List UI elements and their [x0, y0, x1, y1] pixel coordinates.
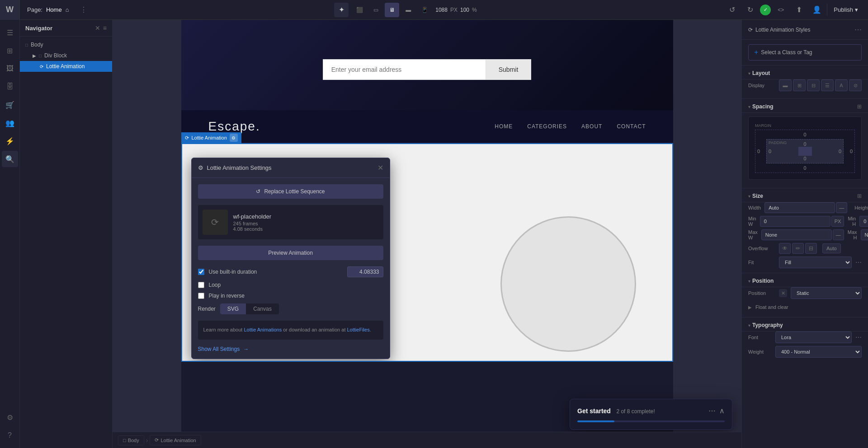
- weight-select[interactable]: 400 - Normal: [775, 346, 862, 358]
- preview-animation-button[interactable]: Preview Animation: [198, 246, 383, 260]
- margin-right-value[interactable]: 0: [850, 149, 853, 154]
- logo[interactable]: W: [0, 0, 20, 20]
- navigator-close-button[interactable]: ✕: [95, 24, 100, 32]
- topbar-dots-icon[interactable]: ⋮: [76, 5, 91, 14]
- width-unit: PX: [450, 7, 458, 13]
- sidebar-item-help[interactable]: ?: [2, 427, 18, 443]
- get-started-collapse-button[interactable]: ∧: [719, 406, 725, 415]
- modal-close-button[interactable]: ✕: [377, 163, 383, 172]
- selector-button[interactable]: + Select a Class or Tag: [748, 44, 862, 61]
- sidebar-item-ecommerce[interactable]: 🛒: [2, 97, 18, 113]
- fit-more-button[interactable]: ⋯: [855, 259, 862, 266]
- replace-sequence-button[interactable]: ↺ Replace Lottie Sequence: [198, 184, 383, 199]
- email-input[interactable]: [323, 59, 486, 80]
- padding-left-value[interactable]: 0: [769, 149, 771, 154]
- size-expand-button[interactable]: ⊞: [857, 193, 862, 199]
- home-icon[interactable]: ⌂: [66, 6, 69, 13]
- font-select[interactable]: Lora: [775, 331, 852, 343]
- padding-bottom-value[interactable]: 0: [803, 156, 806, 161]
- render-svg-button[interactable]: SVG: [220, 303, 246, 314]
- sidebar-item-logic[interactable]: ⚡: [2, 133, 18, 149]
- sidebar-item-users[interactable]: 👥: [2, 115, 18, 131]
- submit-button[interactable]: Submit: [486, 59, 532, 80]
- sidebar-item-settings[interactable]: ⚙: [2, 409, 18, 425]
- lottiefiles-link[interactable]: LottieFiles: [347, 327, 370, 332]
- spacing-section-header[interactable]: ▾ Spacing ⊞: [742, 99, 868, 113]
- render-canvas-button[interactable]: Canvas: [246, 303, 279, 314]
- show-all-settings-button[interactable]: Show All Settings →: [198, 346, 249, 352]
- device-mobile-h-btn[interactable]: ▬: [401, 3, 415, 17]
- max-w-input[interactable]: [761, 229, 832, 240]
- breadcrumb-lottie[interactable]: ⟳ Lottie Animation: [150, 435, 201, 445]
- spacing-expand-button[interactable]: ⊞: [857, 103, 862, 110]
- navigator-menu-button[interactable]: ≡: [103, 24, 107, 32]
- margin-bottom-value[interactable]: 0: [803, 165, 806, 171]
- undo-button[interactable]: ↺: [724, 2, 740, 18]
- layout-section-header[interactable]: ▾ Layout: [742, 65, 868, 79]
- sidebar-item-cms[interactable]: 🗄: [2, 79, 18, 95]
- duration-input[interactable]: [347, 266, 383, 277]
- device-tablet-v-btn[interactable]: ▭: [368, 3, 383, 17]
- anim-details: wf-placeholder 245 frames 4.08 seconds: [233, 213, 272, 232]
- display-grid-btn[interactable]: ⊟: [807, 79, 820, 91]
- font-more-button[interactable]: ⋯: [855, 334, 862, 341]
- sidebar-item-components[interactable]: ⊞: [2, 42, 18, 59]
- loop-row: Loop: [198, 282, 383, 288]
- save-status-icon[interactable]: ✓: [760, 5, 771, 15]
- display-inline-btn[interactable]: ☰: [821, 79, 834, 91]
- padding-right-value[interactable]: 0: [839, 149, 841, 154]
- width-input[interactable]: [764, 202, 835, 213]
- use-duration-checkbox[interactable]: [198, 269, 204, 275]
- redo-button[interactable]: ↻: [742, 2, 758, 18]
- lottie-animation-element[interactable]: ⟳ Lottie Animation ⚙ ⚙ Lottie Anim: [181, 143, 673, 362]
- nav-contact[interactable]: CONTACT: [617, 123, 646, 130]
- position-section-header[interactable]: ▾ Position: [742, 273, 868, 287]
- device-tablet-h-btn[interactable]: ⬛: [352, 3, 367, 17]
- lottie-animations-link[interactable]: Lottie Animations: [244, 327, 282, 332]
- device-mobile-v-btn[interactable]: 📱: [417, 3, 432, 17]
- breadcrumb-body[interactable]: □ Body: [118, 435, 144, 445]
- display-none-btn[interactable]: ⊘: [849, 79, 862, 91]
- device-desktop-btn[interactable]: 🖥: [385, 3, 399, 17]
- position-select[interactable]: Static Relative Absolute Fixed Sticky: [791, 287, 862, 299]
- display-flex-btn[interactable]: ⊞: [793, 79, 806, 91]
- min-w-input[interactable]: [760, 216, 830, 227]
- right-panel-more-button[interactable]: ⋯: [854, 25, 862, 34]
- display-text-btn[interactable]: A: [835, 79, 848, 91]
- margin-left-value[interactable]: 0: [757, 149, 760, 154]
- play-reverse-checkbox[interactable]: [198, 293, 204, 299]
- nav-categories[interactable]: CATEGORIES: [527, 123, 567, 130]
- publish-button[interactable]: Publish ▾: [827, 4, 864, 16]
- overflow-hidden-btn[interactable]: ✏: [792, 243, 804, 254]
- overflow-visible-btn[interactable]: 👁: [779, 243, 791, 254]
- nav-home[interactable]: HOME: [495, 123, 513, 130]
- code-view-button[interactable]: <>: [773, 2, 789, 18]
- play-reverse-label: Play in reverse: [209, 293, 245, 299]
- typography-section-header[interactable]: ▾ Typography: [742, 317, 868, 331]
- nav-item-body[interactable]: □ Body: [20, 39, 112, 50]
- margin-top-value[interactable]: 0: [803, 132, 806, 137]
- padding-top-value[interactable]: 0: [803, 141, 806, 147]
- fit-select[interactable]: Fill Contain Cover: [779, 257, 852, 268]
- min-h-input[interactable]: [859, 216, 868, 227]
- sidebar-item-seo[interactable]: 🔍: [2, 151, 18, 167]
- display-block-btn[interactable]: ▬: [779, 79, 792, 91]
- loop-checkbox[interactable]: [198, 282, 204, 288]
- get-started-more-button[interactable]: ⋯: [708, 406, 716, 415]
- lottie-settings-icon[interactable]: ⚙: [230, 134, 238, 142]
- position-clear-button[interactable]: ✕: [779, 289, 787, 297]
- export-button[interactable]: ⬆: [791, 2, 807, 18]
- size-section-header[interactable]: ▾ Size ⊞: [742, 188, 868, 202]
- get-started-panel: Get started 2 of 8 complete! ⋯ ∧: [570, 399, 732, 430]
- nav-item-divblock[interactable]: ▶ □ Div Block: [20, 50, 112, 61]
- max-h-input[interactable]: [861, 229, 868, 240]
- sidebar-item-assets[interactable]: 🖼: [2, 61, 18, 77]
- position-section-title: Position: [752, 278, 862, 284]
- star-icon[interactable]: ✦: [334, 3, 349, 17]
- nav-item-lottie[interactable]: ⟳ Lottie Animation: [20, 61, 112, 72]
- sidebar-item-pages[interactable]: ☰: [2, 24, 18, 41]
- float-clear-row: ▶ Float and clear: [748, 302, 862, 313]
- nav-about[interactable]: ABOUT: [581, 123, 602, 130]
- overflow-scroll-btn[interactable]: ⊟: [805, 243, 817, 254]
- user-icon[interactable]: 👤: [809, 2, 825, 18]
